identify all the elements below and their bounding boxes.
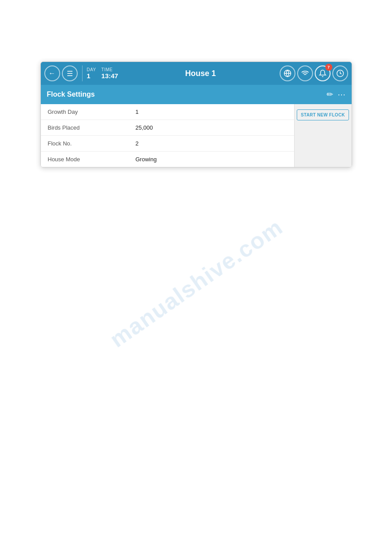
time-display: TIME 13:47 [101,67,118,80]
row-label: Birds Placed [48,124,136,131]
page-title: House 1 [123,69,277,78]
navbar: ← ☰ DAY 1 TIME 13:47 House 1 [41,62,352,85]
side-panel: START NEW FLOCK [295,104,352,167]
row-value: Growing [136,156,157,163]
table-row: Growth Day1 [41,104,294,120]
row-label: Flock No. [48,140,136,147]
more-button[interactable]: ⋯ [338,90,345,99]
content-area: Growth Day1Birds Placed25,000Flock No.2H… [41,104,352,167]
clock-button[interactable] [332,65,348,81]
day-time-display: DAY 1 [87,67,96,80]
globe-button[interactable] [280,65,295,81]
row-label: House Mode [48,156,136,163]
row-label: Growth Day [48,109,136,115]
bell-wrapper: 7 [315,65,331,81]
time-label: TIME [101,67,118,72]
back-button[interactable]: ← [44,65,60,81]
table-row: Flock No.2 [41,136,294,152]
nav-right-icons: 7 [280,65,348,81]
wifi-button[interactable] [297,65,313,81]
day-value: 1 [87,72,96,80]
section-title: Flock Settings [47,91,327,98]
start-new-flock-button[interactable]: START NEW FLOCK [297,109,349,120]
watermark: manualshive.com [104,213,287,352]
menu-button[interactable]: ☰ [62,65,78,81]
row-value: 1 [136,109,139,115]
row-value: 25,000 [136,124,153,131]
data-table: Growth Day1Birds Placed25,000Flock No.2H… [41,104,295,167]
app-container: ← ☰ DAY 1 TIME 13:47 House 1 [40,62,352,167]
table-row: Birds Placed25,000 [41,120,294,136]
table-row: House ModeGrowing [41,152,294,167]
row-value: 2 [136,140,139,147]
bell-badge: 7 [325,64,332,71]
time-value: 13:47 [101,72,118,80]
section-header: Flock Settings ✏ ⋯ [41,85,352,104]
nav-divider [82,65,83,81]
section-actions: ✏ ⋯ [327,90,345,99]
day-label: DAY [87,67,96,72]
edit-button[interactable]: ✏ [327,90,333,99]
